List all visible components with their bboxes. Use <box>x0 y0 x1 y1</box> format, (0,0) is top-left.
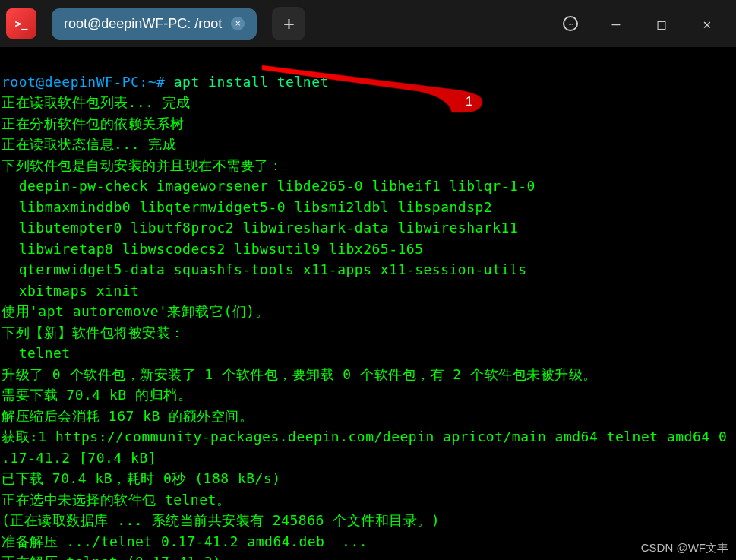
terminal-line: 使用'apt autoremove'来卸载它(们)。 <box>2 303 269 319</box>
terminal-line: 正在读取软件包列表... 完成 <box>2 94 191 110</box>
terminal-line: 正在读取状态信息... 完成 <box>2 136 176 152</box>
terminal-line: libmaxminddb0 libqtermwidget5-0 libsmi2l… <box>2 199 492 215</box>
maximize-button[interactable]: □ <box>654 16 669 31</box>
shell-command: apt install telnet <box>165 74 328 90</box>
terminal-line: 正在解压 telnet (0.17-41.2) ... <box>2 554 256 560</box>
window-controls: ⋯ — □ ✕ <box>563 16 730 31</box>
close-button[interactable]: ✕ <box>700 16 715 31</box>
app-icon: >_ <box>6 8 36 39</box>
terminal-line: 获取:1 https://community-packages.deepin.c… <box>2 429 727 445</box>
terminal-line: .17-41.2 [70.4 kB] <box>2 450 156 466</box>
terminal-line: 已下载 70.4 kB，耗时 0秒 (188 kB/s) <box>2 470 281 486</box>
terminal-line: 正在分析软件包的依赖关系树 <box>2 115 185 131</box>
terminal-line: deepin-pw-check imageworsener libde265-0… <box>2 178 535 194</box>
new-tab-button[interactable]: + <box>272 7 305 40</box>
terminal-line: 正在选中未选择的软件包 telnet。 <box>2 492 230 508</box>
terminal-line: libutempter0 libutf8proc2 libwireshark-d… <box>2 220 518 236</box>
terminal-line: xbitmaps xinit <box>2 283 139 299</box>
terminal-line: 下列【新】软件包将被安装： <box>2 324 185 340</box>
terminal-line: 解压缩后会消耗 167 kB 的额外空间。 <box>2 408 253 424</box>
terminal-line: (正在读取数据库 ... 系统当前共安装有 245866 个文件和目录。) <box>2 512 440 528</box>
menu-button[interactable]: ⋯ <box>563 16 578 31</box>
terminal-line: 需要下载 70.4 kB 的归档。 <box>2 387 191 403</box>
shell-prompt: root@deepinWF-PC:~# <box>2 74 165 90</box>
terminal-line: telnet <box>2 345 71 361</box>
terminal-tab[interactable]: root@deepinWF-PC: /root × <box>52 8 257 40</box>
terminal-line: 升级了 0 个软件包，新安装了 1 个软件包，要卸载 0 个软件包，有 2 个软… <box>2 366 597 382</box>
terminal-line: qtermwidget5-data squashfs-tools x11-app… <box>2 261 527 277</box>
tab-close-button[interactable]: × <box>231 17 245 30</box>
minimize-button[interactable]: — <box>608 16 624 31</box>
terminal-line: libwiretap8 libwscodecs2 libwsutil9 libx… <box>2 241 424 257</box>
watermark: CSDN @WF文丰 <box>641 541 728 555</box>
menu-icon: ⋯ <box>563 16 578 31</box>
terminal-output[interactable]: root@deepinWF-PC:~# apt install telnet 正… <box>0 47 736 560</box>
terminal-line: 准备解压 .../telnet_0.17-41.2_amd64.deb ... <box>2 533 368 549</box>
tab-title: root@deepinWF-PC: /root <box>64 16 222 32</box>
terminal-line: 下列软件包是自动安装的并且现在不需要了： <box>2 157 283 173</box>
titlebar: >_ root@deepinWF-PC: /root × + ⋯ — □ ✕ <box>0 0 736 47</box>
